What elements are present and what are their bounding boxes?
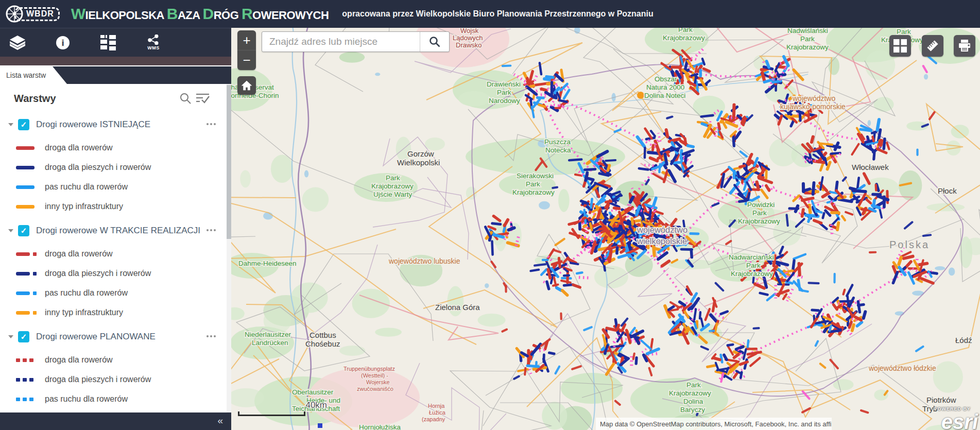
legend-swatch — [16, 205, 40, 209]
caret-down-icon[interactable] — [8, 335, 13, 338]
map-label: Piotrków — [926, 395, 956, 404]
legend-label: pas ruchu dla rowerów — [45, 182, 128, 192]
map-label: Włocławek — [852, 163, 889, 171]
search-layers-icon[interactable] — [179, 92, 192, 105]
scale-bar: 40km — [238, 411, 305, 416]
layer-checkbox[interactable]: ✓ — [18, 119, 29, 130]
map-label: Park — [678, 28, 693, 33]
basemap[interactable]: phärenreservathorfheide-ChorinWojskLądow… — [231, 28, 980, 430]
logo-text: WBDR — [14, 7, 60, 21]
basemap-grid-icon — [893, 39, 907, 53]
search-submit-button[interactable] — [420, 32, 449, 51]
legend-label: inny typ infrastruktury — [45, 308, 123, 317]
layer-group-row[interactable]: ✓Drogi rowerowe W TRAKCIE REALIZACJI — [8, 224, 231, 237]
legend-swatch — [16, 272, 40, 276]
map-label: Obszar — [655, 75, 677, 83]
legend-label: droga dla rowerów — [45, 249, 113, 259]
legend-icon — [100, 35, 116, 50]
basemap-gallery-button[interactable] — [889, 35, 911, 57]
layers-icon — [9, 36, 26, 50]
options-ellipsis-icon[interactable] — [207, 229, 216, 231]
layer-checkbox[interactable]: ✓ — [18, 331, 29, 342]
map-label: Cottbus — [310, 331, 336, 339]
map-label: Krajobrazowy — [663, 34, 705, 42]
legend-widget-button[interactable] — [93, 29, 124, 56]
map-label: wielkopolskie — [637, 236, 687, 246]
legend-label: inny typ infrastruktury — [45, 202, 123, 211]
map-label: województwo łódzkie — [868, 364, 936, 372]
map-label: Hornjołužiska — [359, 423, 401, 430]
panel-scrollbar[interactable] — [227, 84, 231, 412]
map-label: Krajobrazowy — [786, 43, 829, 51]
panel-header-strip — [0, 57, 231, 65]
filter-layers-icon[interactable] — [196, 92, 210, 105]
map-label: Puszcza — [544, 138, 571, 146]
legend-swatch — [16, 252, 40, 256]
map-label: Sierakowski — [517, 172, 554, 180]
map-label: Narodowy — [489, 97, 520, 105]
map-label: Drawsko — [456, 41, 482, 49]
app-window: WBDR WIELKOPOLSKA BAZA DRÓG ROWEROWYCH o… — [0, 0, 980, 430]
legend-label: droga dla rowerów — [45, 355, 113, 365]
tab-lista-warstw[interactable]: Lista warstw — [0, 66, 67, 84]
legend-label: droga dla pieszych i rowerów — [45, 163, 151, 172]
legend-swatch — [16, 185, 40, 189]
sidebar-bottom-bar: « — [0, 412, 231, 430]
layer-group-label: Drogi rowerowe ISTNIEJĄCE — [36, 119, 150, 130]
legend-label: pas ruchu dla rowerów — [45, 394, 128, 404]
wms-share-icon — [147, 35, 160, 45]
map-label: Krajobrazowy — [731, 270, 773, 278]
legend-swatch — [16, 378, 40, 382]
print-icon — [958, 39, 971, 53]
map-label: Łódź — [955, 336, 972, 345]
map-canvas[interactable]: phärenreservathorfheide-ChorinWojskLądow… — [231, 28, 980, 430]
legend-item: pas ruchu dla rowerów — [16, 183, 231, 191]
print-button[interactable] — [954, 35, 975, 57]
zoom-in-button[interactable]: + — [237, 30, 256, 50]
zoom-out-button[interactable]: − — [237, 50, 256, 70]
page-title: WIELKOPOLSKA BAZA DRÓG ROWEROWYCH — [71, 5, 329, 23]
search-input[interactable] — [262, 32, 420, 51]
map-label: Park — [746, 262, 761, 269]
measure-button[interactable] — [922, 35, 943, 57]
map-label: Krajobrazowy — [371, 182, 414, 190]
caret-down-icon[interactable] — [8, 229, 13, 232]
map-label: Notecka — [545, 146, 571, 154]
layer-checkbox[interactable]: ✓ — [18, 225, 29, 236]
legend-swatch — [16, 358, 40, 362]
header-subtitle: opracowana przez Wielkopolskie Biuro Pla… — [342, 9, 653, 19]
legend-swatch — [16, 398, 40, 401]
app-logo: WBDR — [5, 5, 60, 23]
layer-group-row[interactable]: ✓Drogi rowerowe ISTNIEJĄCE — [8, 118, 231, 131]
app-header: WBDR WIELKOPOLSKA BAZA DRÓG ROWEROWYCH o… — [0, 0, 980, 28]
map-label: Natura 2000 — [646, 83, 684, 91]
map-label: Wielkopolski — [397, 158, 440, 167]
map-label: Lądowych — [453, 34, 483, 42]
map-label: Oberlausitzer — [292, 388, 334, 396]
map-label: Krajobrazowy — [738, 217, 780, 225]
map-label: zwučowanišćo — [357, 386, 393, 392]
map-label: Truppenübungsplatz — [343, 366, 395, 372]
map-label: Gorzów — [407, 149, 434, 158]
legend-label: droga dla pieszych i rowerów — [45, 375, 151, 384]
scrollbar-thumb[interactable] — [227, 85, 231, 239]
legend-swatch — [16, 146, 40, 150]
options-ellipsis-icon[interactable] — [207, 123, 216, 125]
map-label: Dahme-Heideseen — [238, 260, 297, 267]
wms-share-button[interactable]: WMS — [138, 29, 169, 56]
layers-widget-button[interactable] — [2, 29, 33, 56]
map-label: Dolina — [683, 398, 703, 405]
caret-down-icon[interactable] — [8, 123, 13, 126]
collapse-panel-button[interactable]: « — [217, 415, 223, 427]
map-label: Krajobrazowy — [669, 389, 711, 397]
esri-wordmark: esri — [934, 411, 978, 430]
info-icon: i — [56, 36, 70, 50]
ruler-icon — [925, 39, 940, 53]
layer-group-row[interactable]: ✓Drogi rowerowe PLANOWANE — [8, 330, 231, 343]
map-label: Wojerske — [366, 379, 390, 385]
options-ellipsis-icon[interactable] — [207, 335, 216, 337]
map-label: Park — [752, 209, 767, 217]
home-extent-button[interactable] — [237, 76, 256, 95]
map-label: Płock — [938, 186, 957, 195]
info-widget-button[interactable]: i — [47, 29, 78, 56]
